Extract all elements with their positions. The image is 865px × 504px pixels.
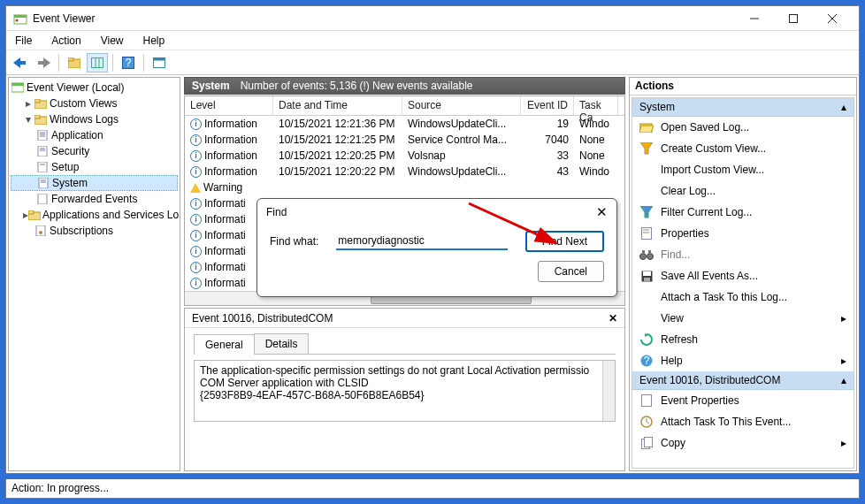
col-source[interactable]: Source xyxy=(402,96,521,115)
attach-icon xyxy=(639,290,654,304)
nav-tree[interactable]: Event Viewer (Local) ▸Custom Views ▾Wind… xyxy=(8,77,180,471)
info-icon: i xyxy=(190,278,202,289)
action-find[interactable]: Find... xyxy=(632,244,854,265)
action-attach-event[interactable]: Attach Task To This Event... xyxy=(632,411,854,432)
table-row[interactable]: iInformation10/15/2021 12:21:25 PMServic… xyxy=(185,132,624,148)
close-button[interactable] xyxy=(813,7,852,30)
menu-view[interactable]: View xyxy=(97,33,127,49)
tree-application[interactable]: Application xyxy=(11,127,178,143)
filter-icon xyxy=(639,205,654,219)
col-datetime[interactable]: Date and Time xyxy=(273,96,402,115)
action-event-props[interactable]: Event Properties xyxy=(632,390,854,411)
action-attach-task[interactable]: Attach a Task To this Log... xyxy=(632,286,854,308)
tree-windows-logs[interactable]: ▾Windows Logs xyxy=(11,111,178,127)
tree-forwarded[interactable]: Forwarded Events xyxy=(11,191,178,207)
action-save-all[interactable]: Save All Events As... xyxy=(632,265,854,286)
refresh-icon xyxy=(639,332,654,347)
svg-rect-4 xyxy=(790,14,798,22)
titlebar: Event Viewer xyxy=(6,6,859,31)
detail-pane: Event 10016, DistributedCOM ✕ General De… xyxy=(184,308,625,471)
tool-filter-icon[interactable] xyxy=(149,53,170,73)
svg-rect-1 xyxy=(14,15,27,18)
svg-text:?: ? xyxy=(644,355,650,367)
collapse-icon: ▴ xyxy=(841,374,846,386)
table-row[interactable]: Warning xyxy=(185,179,624,195)
svg-rect-21 xyxy=(11,83,24,86)
action-import-custom[interactable]: Import Custom View... xyxy=(632,159,854,180)
tree-security[interactable]: Security xyxy=(11,143,178,159)
center-header: System Number of events: 5,136 (!) New e… xyxy=(184,77,625,95)
info-icon: i xyxy=(190,198,202,210)
action-view[interactable]: View▸ xyxy=(632,308,854,329)
tree-app-services[interactable]: ▸Applications and Services Lo xyxy=(11,207,178,223)
svg-rect-12 xyxy=(68,57,73,61)
col-taskcat[interactable]: Task Ca xyxy=(574,96,618,115)
vertical-scrollbar[interactable] xyxy=(602,361,615,421)
filter-new-icon xyxy=(639,141,654,156)
menu-file[interactable]: File xyxy=(11,33,35,49)
svg-rect-19 xyxy=(154,57,165,60)
svg-line-63 xyxy=(647,422,649,424)
col-eventid[interactable]: Event ID xyxy=(521,96,574,115)
maximize-button[interactable] xyxy=(774,7,813,30)
tab-details[interactable]: Details xyxy=(254,333,310,354)
toolbar: ? xyxy=(6,50,859,75)
col-level[interactable]: Level xyxy=(185,96,273,115)
grid-header[interactable]: Level Date and Time Source Event ID Task… xyxy=(185,96,624,116)
tree-root[interactable]: Event Viewer (Local) xyxy=(11,80,178,95)
svg-rect-55 xyxy=(643,271,651,276)
menu-action[interactable]: Action xyxy=(48,33,84,49)
table-row[interactable]: iInformation10/15/2021 12:20:22 PMWindow… xyxy=(185,164,624,179)
find-input[interactable] xyxy=(336,233,507,250)
minimize-button[interactable] xyxy=(735,7,774,30)
tree-system[interactable]: System xyxy=(11,175,178,191)
svg-point-50 xyxy=(640,254,647,260)
menu-help[interactable]: Help xyxy=(140,33,169,49)
clear-icon xyxy=(639,184,654,198)
svg-rect-25 xyxy=(34,115,40,118)
find-next-button[interactable]: Find Next xyxy=(525,231,604,252)
action-copy[interactable]: Copy▸ xyxy=(632,432,854,454)
nav-back-icon[interactable] xyxy=(10,53,31,73)
action-create-custom[interactable]: Create Custom View... xyxy=(632,138,854,159)
tab-general[interactable]: General xyxy=(194,334,255,355)
svg-point-42 xyxy=(39,231,42,234)
window-title: Event Viewer xyxy=(33,12,735,25)
find-dialog: Find ✕ Find what: Find Next Cancel xyxy=(256,198,617,297)
tool-folder-icon[interactable] xyxy=(64,53,85,73)
action-filter-log[interactable]: Filter Current Log... xyxy=(632,202,854,223)
detail-close-icon[interactable]: ✕ xyxy=(609,312,617,325)
find-close-icon[interactable]: ✕ xyxy=(596,204,608,220)
import-icon xyxy=(639,163,654,177)
tree-custom-views[interactable]: ▸Custom Views xyxy=(11,95,178,111)
properties-icon xyxy=(639,226,654,241)
info-icon: i xyxy=(190,150,202,162)
info-icon: i xyxy=(190,166,202,178)
svg-rect-60 xyxy=(642,395,652,407)
tool-help-icon[interactable]: ? xyxy=(118,53,139,73)
folder-open-icon xyxy=(639,120,654,134)
svg-rect-26 xyxy=(38,130,47,141)
table-row[interactable]: iInformation10/15/2021 12:21:36 PMWindow… xyxy=(185,116,624,132)
help-icon: ? xyxy=(639,354,654,368)
tree-subscriptions[interactable]: Subscriptions xyxy=(11,223,178,239)
action-group-event[interactable]: Event 10016, DistributedCOM▴ xyxy=(632,371,854,390)
svg-marker-44 xyxy=(639,126,654,133)
action-properties[interactable]: Properties xyxy=(632,223,854,244)
action-group-system[interactable]: System▴ xyxy=(632,98,854,117)
event-props-icon xyxy=(639,393,654,408)
action-refresh[interactable]: Refresh xyxy=(632,329,854,350)
attach-event-icon xyxy=(639,415,654,429)
svg-rect-47 xyxy=(642,228,652,240)
find-cancel-button[interactable]: Cancel xyxy=(538,261,604,282)
svg-rect-10 xyxy=(38,61,43,65)
svg-rect-30 xyxy=(38,146,47,157)
tool-panes-icon[interactable] xyxy=(87,53,108,73)
tree-setup[interactable]: Setup xyxy=(11,159,178,175)
action-clear-log[interactable]: Clear Log... xyxy=(632,180,854,202)
table-row[interactable]: iInformation10/15/2021 12:20:25 PMVolsna… xyxy=(185,148,624,164)
action-help[interactable]: ?Help▸ xyxy=(632,350,854,371)
action-open-saved[interactable]: Open Saved Log... xyxy=(632,117,854,138)
svg-marker-9 xyxy=(43,57,50,68)
nav-forward-icon[interactable] xyxy=(33,53,54,73)
